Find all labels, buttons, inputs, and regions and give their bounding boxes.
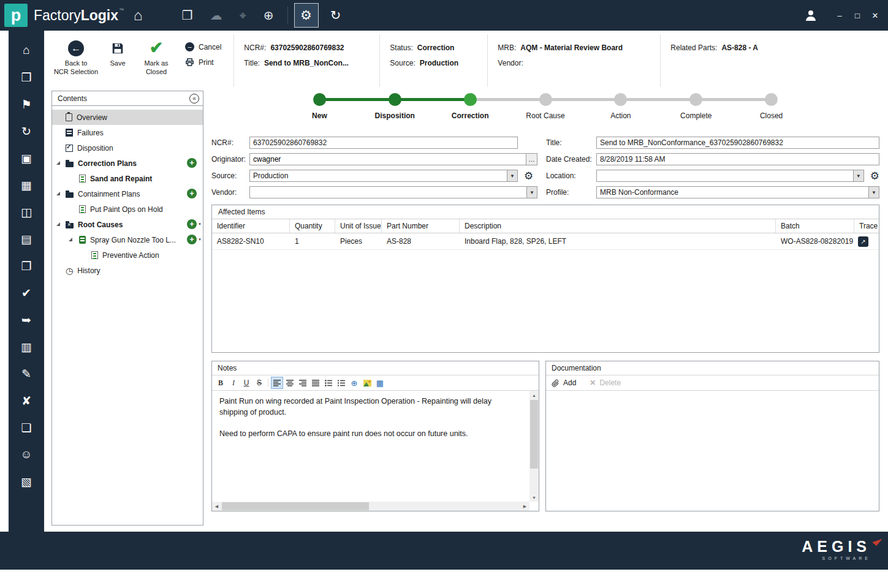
align-justify-button[interactable] [309, 377, 322, 389]
italic-button[interactable]: I [227, 377, 240, 389]
scroll-up-icon[interactable]: ▲ [529, 391, 539, 399]
horizontal-scrollbar[interactable]: ◀ ▶ [212, 502, 529, 511]
tree-item-root-causes[interactable]: Root Causes + ▼ [52, 217, 203, 232]
settings-gear-icon[interactable]: ⚙ [294, 3, 319, 28]
scroll-down-icon[interactable]: ▼ [529, 493, 539, 502]
close-button[interactable]: ✕ [871, 11, 879, 20]
originator-picker-button[interactable]: … [526, 154, 537, 165]
idcard-nav-icon[interactable]: ▥ [9, 333, 44, 360]
transfer-nav-icon[interactable]: ➥ [9, 306, 44, 333]
strikethrough-button[interactable]: S [253, 377, 265, 389]
warehouse-nav-icon[interactable]: ◫ [9, 198, 44, 225]
home-icon[interactable]: ⌂ [134, 7, 143, 24]
column-header-unit-of-issue[interactable]: Unit of Issue [335, 219, 382, 233]
sync-icon[interactable]: ↻ [324, 3, 348, 28]
documents-icon[interactable]: ❐ [182, 8, 193, 23]
minimize-button[interactable]: – [835, 11, 844, 20]
align-right-button[interactable] [297, 377, 309, 389]
column-header-part-number[interactable]: Part Number [382, 219, 460, 233]
documentation-empty-area[interactable] [546, 391, 879, 511]
cloud-icon[interactable]: ☁ [210, 8, 222, 23]
column-header-trace[interactable]: Trace [854, 219, 879, 233]
underline-button[interactable]: U [240, 377, 252, 389]
add-root-cause-button[interactable]: + [187, 219, 197, 229]
dropdown-arrow-icon[interactable]: ▼ [507, 170, 517, 181]
expander-caret-icon[interactable] [69, 238, 72, 241]
location-pin-icon[interactable]: ⌖ [239, 9, 246, 23]
column-header-description[interactable]: Description [460, 219, 776, 233]
collapse-panel-icon[interactable]: « [189, 94, 199, 104]
column-header-identifier[interactable]: Identifier [212, 219, 290, 233]
tree-item-failures[interactable]: Failures [52, 125, 203, 140]
insert-image-button[interactable] [361, 377, 373, 389]
mark-as-closed-button[interactable]: ✔ Mark as Closed [135, 34, 178, 87]
cancel-button[interactable]: – Cancel [185, 42, 221, 51]
add-document-button[interactable]: Add [552, 379, 576, 387]
tree-item-put-paint-ops-on-hold[interactable]: Put Paint Ops on Hold [52, 202, 203, 217]
production-nav-icon[interactable]: ⚑ [9, 91, 44, 118]
home-nav-icon[interactable]: ⌂ [9, 37, 44, 64]
save-button[interactable]: Save [101, 34, 135, 87]
tree-item-history[interactable]: ◷ History [52, 263, 203, 278]
location-settings-gear-icon[interactable]: ⚙ [870, 171, 879, 181]
vendor-select[interactable]: ▼ [249, 186, 537, 198]
dropdown-arrow-icon[interactable]: ▼ [853, 170, 863, 181]
copy-nav-icon[interactable]: ❐ [9, 252, 44, 279]
tree-item-overview[interactable]: Overview [52, 110, 203, 125]
source-settings-gear-icon[interactable]: ⚙ [524, 171, 533, 181]
affected-item-row[interactable]: AS8282-SN10 1 Pieces AS-828 Inboard Flap… [212, 233, 879, 250]
add-root-cause-dropdown-icon[interactable]: ▼ [198, 222, 202, 226]
book-nav-icon[interactable]: ▤ [9, 225, 44, 252]
delete-document-button[interactable]: ✕ Delete [590, 379, 621, 387]
ncr-number-input[interactable] [249, 137, 518, 149]
database-nav-icon[interactable]: ❒ [9, 64, 44, 91]
scrollbar-thumb[interactable] [222, 502, 369, 510]
support-person-nav-icon[interactable]: ☺ [9, 441, 44, 468]
back-to-ncr-selection-button[interactable]: ← Back to NCR Selection [51, 34, 101, 87]
verify-nav-icon[interactable]: ✔ [9, 279, 44, 306]
insert-link-globe-button[interactable]: ⊕ [348, 377, 360, 389]
profile-select[interactable]: MRB Non-Conformance▼ [596, 186, 879, 198]
notes-editor[interactable]: Paint Run on wing recorded at Paint Insp… [212, 391, 539, 511]
column-header-batch[interactable]: Batch [776, 219, 854, 233]
expander-caret-icon[interactable] [56, 192, 60, 195]
tagged-document-nav-icon[interactable]: ❏ [9, 414, 44, 441]
refresh-nav-icon[interactable]: ↻ [9, 118, 44, 145]
reject-document-nav-icon[interactable]: ✘ [9, 387, 44, 414]
insert-table-button[interactable]: ▦ [374, 377, 386, 389]
add-containment-plan-button[interactable]: + [187, 189, 197, 198]
tree-item-disposition[interactable]: Disposition [52, 140, 203, 156]
tree-item-containment-plans[interactable]: Containment Plans + [52, 186, 203, 202]
table-search-nav-icon[interactable]: ▦ [9, 172, 44, 198]
tree-item-spray-gun-nozzle[interactable]: Spray Gun Nozzle Too L... + ▼ [52, 232, 203, 247]
trace-button[interactable]: ↗ [858, 236, 868, 247]
scrollbar-thumb[interactable] [530, 400, 538, 469]
bold-button[interactable]: B [214, 377, 227, 389]
originator-input[interactable] [250, 154, 526, 165]
numbered-list-button[interactable] [335, 377, 347, 389]
add-action-button[interactable]: + [187, 235, 197, 244]
dropdown-arrow-icon[interactable]: ▼ [868, 187, 879, 198]
dropdown-arrow-icon[interactable]: ▼ [526, 187, 537, 198]
tree-item-preventive-action[interactable]: Preventive Action [52, 247, 203, 263]
expander-caret-icon[interactable] [56, 222, 60, 226]
news-nav-icon[interactable]: ▧ [9, 468, 44, 495]
source-select[interactable]: Production▼ [249, 170, 518, 182]
maximize-button[interactable]: □ [853, 11, 862, 20]
date-created-input[interactable] [596, 153, 879, 165]
tree-item-correction-plans[interactable]: Correction Plans + [52, 156, 203, 171]
globe-icon[interactable]: ⊕ [264, 8, 274, 23]
print-button[interactable]: Print [185, 58, 221, 67]
edit-document-nav-icon[interactable]: ✎ [9, 360, 44, 387]
scroll-left-icon[interactable]: ◀ [212, 502, 221, 511]
bullet-list-button[interactable] [322, 377, 335, 389]
add-action-dropdown-icon[interactable]: ▼ [198, 238, 202, 241]
location-select[interactable]: ▼ [596, 170, 864, 182]
vertical-scrollbar[interactable]: ▲ ▼ [529, 391, 539, 502]
title-input[interactable] [596, 137, 879, 149]
user-account-icon[interactable] [805, 10, 816, 21]
add-correction-plan-button[interactable]: + [187, 158, 197, 168]
tree-item-sand-and-repaint[interactable]: Sand and Repaint [52, 171, 203, 186]
align-center-button[interactable] [284, 377, 296, 389]
column-header-quantity[interactable]: Quantity [290, 219, 335, 233]
